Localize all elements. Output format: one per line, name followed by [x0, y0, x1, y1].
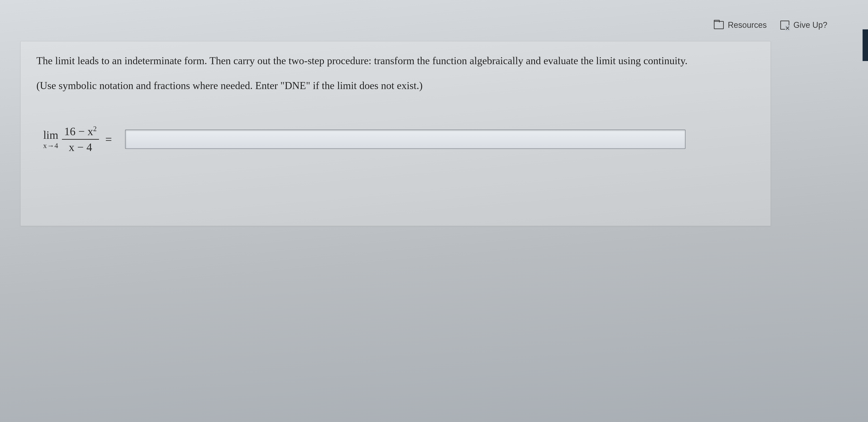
toolbar: Resources Give Up? — [20, 9, 855, 41]
question-instructions: The limit leads to an indeterminate form… — [36, 53, 755, 69]
edge-accent — [863, 29, 868, 61]
give-up-icon — [780, 21, 789, 30]
lim-label: lim — [43, 129, 58, 141]
fraction-bar — [62, 139, 99, 140]
fraction: 16 − x2 x − 4 — [62, 125, 99, 153]
resources-label: Resources — [728, 20, 767, 30]
denominator: x − 4 — [66, 141, 94, 153]
limit-expression: lim x→4 16 − x2 x − 4 = — [43, 125, 116, 153]
numerator: 16 − x2 — [62, 125, 99, 138]
limit-operator: lim x→4 — [43, 129, 58, 149]
numerator-exponent: 2 — [93, 125, 97, 133]
lim-approach: x→4 — [43, 142, 58, 149]
give-up-label: Give Up? — [794, 20, 827, 30]
limit-row: lim x→4 16 − x2 x − 4 = — [36, 125, 755, 153]
numerator-base: 16 − x — [64, 125, 93, 138]
resources-button[interactable]: Resources — [714, 20, 767, 30]
question-card: The limit leads to an indeterminate form… — [20, 41, 771, 226]
give-up-button[interactable]: Give Up? — [780, 20, 827, 30]
folder-icon — [714, 21, 724, 29]
question-hint: (Use symbolic notation and fractions whe… — [36, 78, 755, 93]
answer-input[interactable] — [125, 129, 686, 149]
equals-sign: = — [105, 133, 112, 146]
